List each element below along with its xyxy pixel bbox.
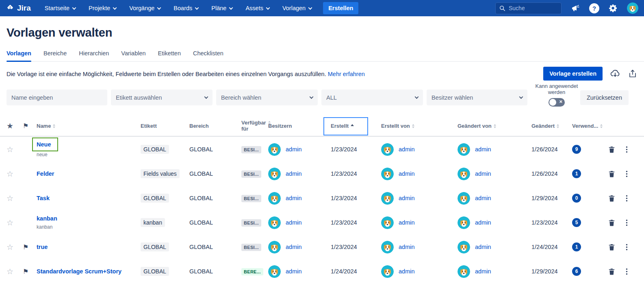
column-header-erstellt[interactable]: Erstellt (327, 123, 375, 129)
nav-item-vorlagen[interactable]: Vorlagen (282, 5, 312, 11)
favorite-toggle[interactable]: ☆ (7, 267, 23, 276)
nav-create-button[interactable]: Erstellen (323, 2, 358, 14)
owner-cell: admin (268, 241, 327, 253)
creator-link[interactable]: admin (399, 146, 415, 153)
column-header-etikett[interactable]: Etikett (141, 123, 189, 129)
template-name-link[interactable]: Task (37, 195, 50, 201)
creator-link[interactable]: admin (399, 170, 415, 177)
owner-cell: admin (268, 265, 327, 278)
column-header-besitzern[interactable]: Besitzern (268, 123, 327, 129)
modified-date-cell: 1/29/2024 (526, 268, 566, 275)
star-outline-icon: ☆ (7, 218, 13, 227)
kebab-menu-icon[interactable] (623, 243, 631, 251)
announcements-button[interactable] (570, 3, 580, 13)
nav-item-boards[interactable]: Boards (173, 5, 198, 11)
owner-filter-select[interactable]: Besitzer wählen (427, 90, 527, 105)
owner-link[interactable]: admin (286, 244, 302, 250)
flag-column-header[interactable]: ⚑ (23, 122, 37, 130)
type-filter-select[interactable]: ALL (321, 90, 423, 105)
template-name-link[interactable]: Felder (37, 170, 54, 177)
column-header-bereich[interactable]: Bereich (189, 123, 241, 129)
trash-icon[interactable] (608, 194, 616, 202)
favorite-toggle[interactable]: ☆ (7, 194, 23, 203)
tab-bereiche[interactable]: Bereiche (43, 50, 67, 61)
nav-item-vorgaenge[interactable]: Vorgänge (129, 5, 160, 11)
chevron-down-icon (308, 6, 312, 10)
user-avatar[interactable] (627, 2, 638, 14)
tab-variablen[interactable]: Variablen (121, 50, 145, 61)
favorite-toggle[interactable]: ☆ (7, 145, 23, 154)
column-header-erstellt-von[interactable]: Erstellt von (375, 123, 452, 129)
column-header-geaendert-von[interactable]: Geändert von (452, 123, 526, 129)
learn-more-link[interactable]: Mehr erfahren (328, 71, 365, 77)
kebab-menu-icon[interactable] (623, 194, 631, 202)
favorite-toggle[interactable]: ☆ (7, 218, 23, 227)
template-name-link[interactable]: kanban (37, 215, 57, 222)
trash-icon[interactable] (608, 219, 616, 227)
kebab-menu-icon[interactable] (623, 146, 631, 153)
column-header-name[interactable]: Name (37, 123, 141, 129)
name-filter-input[interactable] (7, 90, 107, 105)
creator-link[interactable]: admin (399, 244, 415, 250)
modifier-avatar (458, 168, 470, 180)
scope-filter-select[interactable]: Bereich wählen (216, 90, 318, 105)
table-row: ☆ ⚑ Felder Fields values GLOBAL BESI... … (0, 162, 644, 186)
search-input[interactable] (509, 5, 555, 11)
owner-cell: admin (268, 192, 327, 205)
help-button[interactable]: ? (589, 3, 599, 13)
modifier-link[interactable]: admin (475, 219, 491, 226)
owner-link[interactable]: admin (286, 219, 302, 226)
owner-link[interactable]: admin (286, 195, 302, 201)
template-name-link[interactable]: Standardvorlage Scrum+Story (37, 268, 121, 275)
kebab-menu-icon[interactable] (623, 170, 631, 178)
owner-link[interactable]: admin (286, 268, 302, 275)
label-filter-select[interactable]: Etikett auswählen (111, 90, 212, 105)
create-template-button[interactable]: Vorlage erstellen (543, 67, 603, 81)
modified-date-cell: 1/29/2024 (526, 195, 566, 201)
tab-etiketten[interactable]: Etiketten (158, 50, 181, 61)
nav-item-plaene[interactable]: Pläne (211, 5, 232, 11)
kebab-menu-icon[interactable] (623, 268, 631, 275)
trash-icon[interactable] (608, 268, 616, 275)
column-header-verfuegbar[interactable]: Verfügbar für (241, 120, 265, 132)
tab-hierarchien[interactable]: Hierarchien (79, 50, 109, 61)
creator-link[interactable]: admin (399, 219, 415, 226)
modifier-link[interactable]: admin (475, 244, 491, 250)
favorite-toggle[interactable]: ☆ (7, 242, 23, 252)
import-button[interactable] (610, 68, 620, 79)
owner-link[interactable]: admin (286, 146, 302, 153)
dog-avatar-icon (268, 168, 281, 180)
jira-logo[interactable]: Jira (6, 4, 31, 13)
template-name-link[interactable]: true (37, 244, 48, 250)
search-box[interactable] (495, 2, 562, 14)
nav-item-startseite[interactable]: Startseite (45, 5, 76, 11)
owner-link[interactable]: admin (286, 170, 302, 177)
column-header-geaendert[interactable]: Geändert (526, 123, 566, 129)
trash-icon[interactable] (608, 243, 616, 251)
kebab-menu-icon[interactable] (623, 219, 631, 227)
column-header-verwendungen[interactable]: Verwend... (566, 123, 596, 129)
creator-link[interactable]: admin (399, 268, 415, 275)
availability-cell: BESI... (241, 194, 268, 202)
reset-button[interactable]: Zurücksetzen (580, 90, 629, 105)
creator-link[interactable]: admin (399, 195, 415, 201)
nav-item-projekte[interactable]: Projekte (89, 5, 116, 11)
trash-icon[interactable] (608, 146, 616, 153)
tab-vorlagen[interactable]: Vorlagen (7, 50, 31, 61)
can-apply-toggle[interactable]: × (549, 98, 565, 107)
star-column-header[interactable]: ★ (7, 121, 23, 131)
trash-icon[interactable] (608, 170, 616, 178)
settings-button[interactable] (608, 3, 618, 13)
export-button[interactable] (628, 69, 637, 79)
favorite-toggle[interactable]: ☆ (7, 169, 23, 179)
template-name-link[interactable]: Neue (32, 138, 58, 151)
nav-item-assets[interactable]: Assets (245, 5, 269, 11)
modifier-link[interactable]: admin (475, 170, 491, 177)
modifier-link[interactable]: admin (475, 195, 491, 201)
dog-avatar-icon (381, 192, 394, 205)
gear-icon (608, 3, 618, 13)
modifier-link[interactable]: admin (475, 146, 491, 153)
tab-checklisten[interactable]: Checklisten (193, 50, 223, 61)
modifier-link[interactable]: admin (475, 268, 491, 275)
availability-cell: BERE... (241, 268, 268, 275)
